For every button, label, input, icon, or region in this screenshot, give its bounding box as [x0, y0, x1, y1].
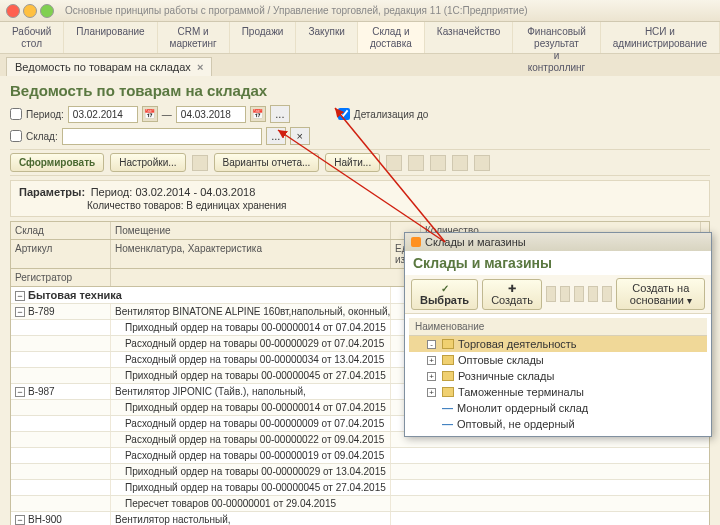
menu-item[interactable]: Продажи — [230, 22, 297, 53]
create-based-button[interactable]: Создать на основании ▾ — [616, 278, 705, 310]
delete-icon[interactable] — [574, 286, 584, 302]
menu-item[interactable]: НСИ и администрирование — [601, 22, 720, 53]
tab-label: Ведомость по товарам на складах — [15, 61, 191, 73]
app-icon — [411, 237, 421, 247]
select-button[interactable]: ✓ Выбрать — [411, 279, 478, 310]
sklad-clear[interactable]: × — [290, 127, 310, 145]
menu-item[interactable]: Склад и доставка — [358, 22, 425, 53]
folder-icon[interactable] — [546, 286, 556, 302]
maximize-window[interactable] — [40, 4, 54, 18]
minimize-window[interactable] — [23, 4, 37, 18]
save-as-icon[interactable] — [452, 155, 468, 171]
tab-close-icon[interactable]: × — [197, 61, 203, 73]
menu-item[interactable]: Планирование — [64, 22, 157, 53]
table-row[interactable]: Приходный ордер на товары 00-00000045 от… — [11, 480, 709, 496]
date-from-input[interactable] — [68, 106, 138, 123]
create-button[interactable]: ✚ Создать — [482, 279, 542, 310]
tree-item[interactable]: +Розничные склады — [409, 368, 707, 384]
edit-icon[interactable] — [560, 286, 570, 302]
find-button[interactable]: Найти... — [325, 153, 380, 172]
form-button[interactable]: Сформировать — [10, 153, 104, 172]
tree-item[interactable]: —Монолит ордерный склад — [409, 400, 707, 416]
table-row[interactable]: Пересчет товаров 00-00000001 от 29.04.20… — [11, 496, 709, 512]
parameters-block: Параметры: Период: 03.02.2014 - 04.03.20… — [10, 180, 710, 217]
folder-icon — [442, 371, 454, 381]
period-checkbox[interactable] — [10, 108, 22, 120]
close-window[interactable] — [6, 4, 20, 18]
expand-icon[interactable] — [386, 155, 402, 171]
settings-button[interactable]: Настройки... — [110, 153, 185, 172]
toolbar: Сформировать Настройки... Варианты отчет… — [10, 149, 710, 176]
window-title: Основные принципы работы с программой / … — [65, 5, 528, 16]
save-icon[interactable] — [192, 155, 208, 171]
menu-item[interactable]: Рабочий стол — [0, 22, 64, 53]
folder-icon — [442, 339, 454, 349]
folder-icon — [442, 387, 454, 397]
col-sklad[interactable]: Склад — [11, 222, 111, 239]
table-row[interactable]: −ВН-900Вентилятор настольный, — [11, 512, 709, 525]
menu-item[interactable]: Казначейство — [425, 22, 513, 53]
calendar-icon[interactable]: 📅 — [142, 106, 158, 122]
col-reg[interactable]: Регистратор — [11, 269, 111, 286]
search-icon[interactable] — [588, 286, 598, 302]
period-more[interactable]: ... — [270, 105, 290, 123]
table-row[interactable]: Расходный ордер на товары 00-00000019 от… — [11, 448, 709, 464]
menu-item[interactable]: Закупки — [296, 22, 357, 53]
item-icon: — — [442, 402, 453, 414]
variants-button[interactable]: Варианты отчета... — [214, 153, 320, 172]
tree-item[interactable]: —Оптовый, не ордерный — [409, 416, 707, 432]
tab-report[interactable]: Ведомость по товарам на складах × — [6, 57, 212, 76]
sklad-label: Склад: — [26, 131, 58, 142]
calendar-icon[interactable]: 📅 — [250, 106, 266, 122]
mail-icon[interactable] — [474, 155, 490, 171]
sklad-checkbox[interactable] — [10, 130, 22, 142]
refresh-icon[interactable] — [602, 286, 612, 302]
folder-icon — [442, 355, 454, 365]
col-artikul[interactable]: Артикул — [11, 240, 111, 268]
page-title: Ведомость по товарам на складах — [10, 82, 710, 99]
item-icon: — — [442, 418, 453, 430]
popup-titlebar[interactable]: Склады и магазины — [405, 233, 711, 251]
tree-item[interactable]: -Торговая деятельность — [409, 336, 707, 352]
popup-heading: Склады и магазины — [405, 251, 711, 275]
tree-column-header[interactable]: Наименование — [409, 318, 707, 336]
tree-item[interactable]: +Таможенные терминалы — [409, 384, 707, 400]
col-pomesh[interactable]: Помещение — [111, 222, 391, 239]
detail-label: Детализация до — [354, 109, 429, 120]
titlebar: Основные принципы работы с программой / … — [0, 0, 720, 22]
sklad-select[interactable]: ... — [266, 127, 286, 145]
date-to-input[interactable] — [176, 106, 246, 123]
print-icon[interactable] — [430, 155, 446, 171]
tree-item[interactable]: +Оптовые склады — [409, 352, 707, 368]
sklad-input[interactable] — [62, 128, 262, 145]
menu-item[interactable]: CRM и маркетинг — [158, 22, 230, 53]
menu-item[interactable]: Финансовый результат и контроллинг — [513, 22, 601, 53]
collapse-icon[interactable] — [408, 155, 424, 171]
main-menu: Рабочий столПланированиеCRM и маркетингП… — [0, 22, 720, 54]
detail-checkbox[interactable] — [338, 108, 350, 120]
tree-body[interactable]: -Торговая деятельность+Оптовые склады+Ро… — [409, 336, 707, 432]
table-row[interactable]: Приходный ордер на товары 00-00000029 от… — [11, 464, 709, 480]
tab-bar: Ведомость по товарам на складах × — [0, 54, 720, 76]
col-nomen[interactable]: Номенклатура, Характеристика — [111, 240, 391, 268]
period-label: Период: — [26, 109, 64, 120]
warehouses-popup: Склады и магазины Склады и магазины ✓ Вы… — [404, 232, 712, 437]
